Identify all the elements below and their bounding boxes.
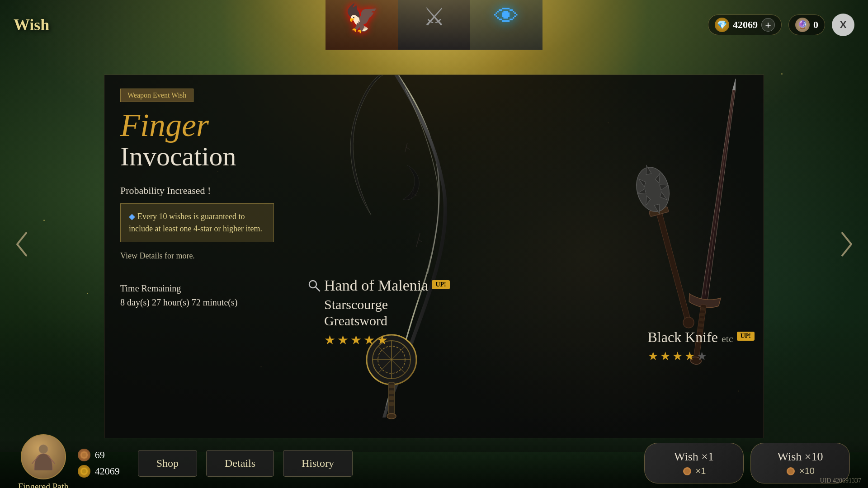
wish1-cost-icon [682,466,692,476]
uid-text: UID 420691337 [820,477,861,484]
page-title: Wish [14,15,49,34]
bronze-coin-icon [78,449,90,461]
wish10-title: Wish ×10 [767,450,834,464]
wish1-cost: ×1 [660,466,727,476]
svg-rect-11 [389,402,394,406]
bottom-bar: Fingered Path 69 4206 [0,438,868,488]
fate-value: 0 [813,19,818,31]
history-button[interactable]: History [283,450,353,477]
svg-line-27 [705,92,734,296]
fate-icon: 🔮 [795,18,810,32]
search-icon [308,279,321,292]
shop-button[interactable]: Shop [138,450,197,477]
svg-rect-32 [698,323,703,327]
weapon-main-sub: StarscourgeGreatsword [324,296,450,329]
bottom-currency1-value: 69 [95,449,105,461]
wish1-title: Wish ×1 [660,450,727,464]
view-details: View Details for more. [120,251,278,261]
svg-point-43 [684,469,690,474]
svg-line-14 [316,287,320,291]
banner-tab-standard[interactable]: 👁 [470,0,542,50]
weapon-main-up: UP! [432,280,449,289]
standard-banner-icon: 👁 [494,2,519,31]
time-label: Time Remaining [120,283,278,294]
avatar-label: Fingered Path [18,482,69,488]
svg-point-45 [788,469,793,474]
weapon-banner-icon: ⚔ [423,2,445,31]
left-section: Weapon Event Wish Finger Invocation Prob… [104,75,294,438]
bottom-actions: Shop Details History [138,450,353,477]
wish-1-button[interactable]: Wish ×1 ×1 [644,443,744,483]
svg-rect-8 [389,385,394,388]
avatar-area: Fingered Path [18,434,69,488]
svg-point-12 [387,413,396,419]
currency-box-fate: 🔮 0 [788,14,825,35]
gold-coin-icon [78,465,90,478]
svg-rect-10 [389,396,394,400]
banner-tab-character[interactable]: 🦅 [326,0,398,50]
diamond-icon: ◆ [129,212,135,221]
weapon-main-name: Hand of Malenia [324,277,428,294]
svg-rect-29 [701,307,706,311]
wish10-cost-text: ×10 [799,466,815,476]
probability-box: ◆Every 10 wishes is guaranteed to includ… [120,203,274,242]
header: Wish 🦅 ⚔ 👁 💎 42069 + 🔮 0 X [0,0,868,50]
svg-point-37 [39,445,48,454]
event-tag: Weapon Event Wish [120,89,193,102]
svg-point-17 [682,316,695,329]
banner-tabs: 🦅 ⚔ 👁 [326,0,542,50]
wish10-cost-icon [786,466,796,476]
probability-text: Every 10 wishes is guaranteed to include… [129,212,262,233]
character-banner-icon: 🦅 [345,2,379,34]
svg-rect-31 [699,318,704,321]
bottom-currency-row1: 69 [78,449,120,461]
svg-point-41 [82,469,86,474]
time-value: 8 day(s) 27 hour(s) 72 minute(s) [120,297,278,308]
nav-arrow-left[interactable] [9,232,34,257]
weapon-secondary-name: Black Knife etc [648,329,733,346]
right-section: Hand of Malenia UP! StarscourgeGreatswor… [294,75,764,438]
details-button[interactable]: Details [206,450,274,477]
avatar [21,434,66,479]
svg-rect-9 [389,390,394,394]
weapon-secondary-up: UP! [737,332,755,341]
wish1-cost-text: ×1 [696,466,706,476]
probability-label: Probability Increased ! [120,185,278,197]
nav-arrow-right[interactable] [834,232,859,257]
primogem-value: 42069 [733,19,758,31]
weapon-main-label: Hand of Malenia UP! StarscourgeGreatswor… [308,277,450,347]
bottom-currency-row2: 42069 [78,465,120,478]
svg-rect-30 [700,313,705,316]
bottom-currency: 69 42069 [78,449,120,478]
close-button[interactable]: X [832,14,854,36]
bottom-left: Fingered Path 69 4206 [18,434,120,488]
weapon-main-stars: ★ ★ ★ ★ ★ [324,333,450,347]
wish-buttons: Wish ×1 ×1 Wish ×10 ×10 [644,443,850,483]
currency-box-primogem: 💎 42069 + [708,14,782,35]
svg-point-39 [82,453,86,457]
weapon-search-area: Hand of Malenia UP! [308,277,450,294]
primogem-icon: 💎 [715,18,729,32]
weapon-secondary-stars: ★ ★ ★ ★ ★ [648,349,755,363]
weapon-secondary-label: Black Knife etc UP! ★ ★ ★ ★ ★ [648,329,755,363]
wish10-cost: ×10 [767,466,834,476]
wish-title-white: Invocation [120,141,278,171]
svg-rect-15 [656,211,690,321]
currency-area: 💎 42069 + 🔮 0 X [708,14,854,36]
bottom-currency2-value: 42069 [95,465,120,477]
main-panel: Weapon Event Wish Finger Invocation Prob… [104,75,764,438]
weapon-main-svg [308,75,480,427]
banner-tab-weapon[interactable]: ⚔ [398,0,470,50]
add-primogem-button[interactable]: + [761,18,775,32]
wish-title-gold: Finger [120,109,278,141]
